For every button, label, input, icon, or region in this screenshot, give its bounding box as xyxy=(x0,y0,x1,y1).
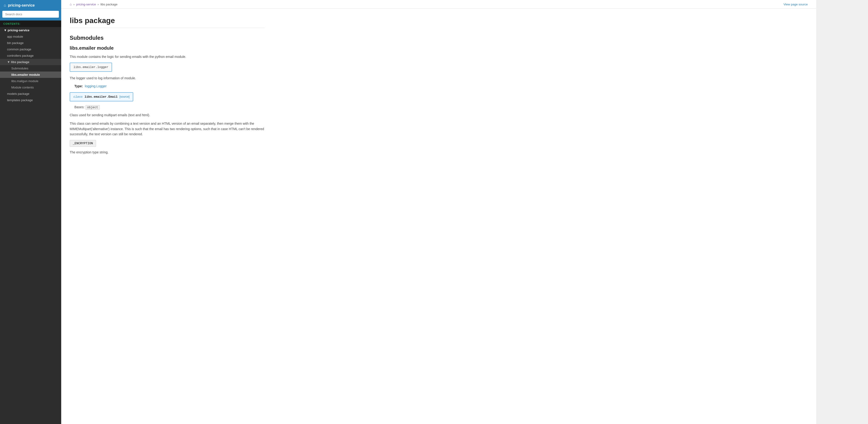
sidebar-title[interactable]: pricing-service xyxy=(8,3,35,7)
bases-value: object xyxy=(86,105,100,110)
source-link[interactable]: [source] xyxy=(119,95,129,98)
breadcrumb-pricing-service-link[interactable]: pricing-service xyxy=(76,3,96,6)
class-name: libs.emailer.Email xyxy=(85,95,118,99)
sidebar-nav: ▼ pricing-service app module bin package… xyxy=(0,27,61,103)
attr-encryption: _ENCRYPTION xyxy=(73,142,93,145)
home-icon: ⌂ xyxy=(4,3,6,7)
sidebar-item-pricing-service[interactable]: ▼ pricing-service app module bin package… xyxy=(0,27,61,103)
sidebar: ⌂ pricing-service CONTENTS: ▼ pricing-se… xyxy=(0,0,61,424)
class-block: class libs.emailer.Email [source] xyxy=(70,92,133,101)
logger-description: The logger used to log information of mo… xyxy=(70,75,265,81)
attr-encryption-block: _ENCRYPTION xyxy=(70,140,96,147)
sidebar-link-controllers-package[interactable]: controllers package xyxy=(0,53,61,59)
sidebar-sub-items: app module bin package common package co… xyxy=(0,33,61,103)
collapse-icon-libs: ▼ xyxy=(7,60,11,64)
logger-code-block: libs.emailer.logger xyxy=(70,63,112,72)
breadcrumb-home-icon[interactable]: ⌂ xyxy=(70,2,71,6)
sidebar-item-libs-mailgun[interactable]: libs.mailgun module xyxy=(0,78,61,84)
submodules-heading: Submodules xyxy=(70,35,265,41)
collapse-icon: ▼ xyxy=(4,29,7,32)
sidebar-link-libs-emailer[interactable]: libs.emailer module xyxy=(0,71,61,78)
sidebar-sub-sub-items: Submodules libs.emailer module libs.mail… xyxy=(0,65,61,91)
sidebar-item-controllers-package[interactable]: controllers package xyxy=(0,53,61,59)
sidebar-item-models-package[interactable]: models package xyxy=(0,91,61,97)
sidebar-item-bin-package[interactable]: bin package xyxy=(0,40,61,46)
search-input[interactable] xyxy=(2,11,59,18)
emailer-description: This module contains the logic for sendi… xyxy=(70,54,265,59)
topbar: ⌂ » pricing-service » libs package View … xyxy=(61,0,816,9)
bases-label: Bases: xyxy=(74,105,85,109)
sidebar-item-common-package[interactable]: common package xyxy=(0,46,61,53)
sidebar-item-libs-emailer[interactable]: libs.emailer module xyxy=(0,71,61,78)
logger-type-link[interactable]: logging.Logger xyxy=(85,84,106,88)
view-source-link[interactable]: View page source xyxy=(783,3,808,6)
sidebar-link-libs-mailgun[interactable]: libs.mailgun module xyxy=(0,78,61,84)
main-content: ⌂ » pricing-service » libs package View … xyxy=(61,0,816,424)
type-row: Type: logging.Logger xyxy=(74,84,265,88)
sidebar-link-module-contents[interactable]: Module contents xyxy=(0,84,61,91)
search-box-wrap xyxy=(0,11,61,21)
sidebar-pricing-service-label: pricing-service xyxy=(7,29,29,32)
attr-encryption-desc: The encryption type string. xyxy=(70,150,265,155)
sidebar-link-models-package[interactable]: models package xyxy=(0,91,61,97)
sidebar-link-templates-package[interactable]: templates package xyxy=(0,97,61,103)
sidebar-item-libs-package[interactable]: ▼ libs package Submodules libs.emailer m… xyxy=(0,59,61,91)
sidebar-link-bin-package[interactable]: bin package xyxy=(0,40,61,46)
contents-label: CONTENTS: xyxy=(0,21,61,27)
sidebar-link-app-module[interactable]: app module xyxy=(0,33,61,40)
type-label: Type: xyxy=(74,84,83,88)
breadcrumb-sep1: » xyxy=(73,3,74,6)
content-area: libs package Submodules libs.emailer mod… xyxy=(61,9,273,424)
sidebar-link-libs-package: libs package xyxy=(11,60,29,64)
breadcrumb-sep2: » xyxy=(97,3,99,6)
sidebar-item-templates-package[interactable]: templates package xyxy=(0,97,61,103)
class-desc-1: Class used for sending multipart emails … xyxy=(70,112,265,118)
class-keyword: class xyxy=(73,95,83,99)
breadcrumb: ⌂ » pricing-service » libs package xyxy=(70,2,118,6)
sidebar-header: ⌂ pricing-service xyxy=(0,0,61,11)
right-panel xyxy=(816,0,868,424)
page-title: libs package xyxy=(70,16,265,28)
sidebar-item-app-module[interactable]: app module xyxy=(0,33,61,40)
emailer-heading: libs.emailer module xyxy=(70,45,265,51)
sidebar-item-module-contents[interactable]: Module contents xyxy=(0,84,61,91)
class-desc-2: This class can send emails by combining … xyxy=(70,121,265,137)
breadcrumb-current: libs package xyxy=(100,3,118,6)
sidebar-link-common-package[interactable]: common package xyxy=(0,46,61,53)
sidebar-link-submodules[interactable]: Submodules xyxy=(0,65,61,71)
sidebar-item-submodules[interactable]: Submodules xyxy=(0,65,61,71)
bases-row: Bases: object xyxy=(74,105,265,109)
logger-code: libs.emailer.logger xyxy=(73,65,108,69)
